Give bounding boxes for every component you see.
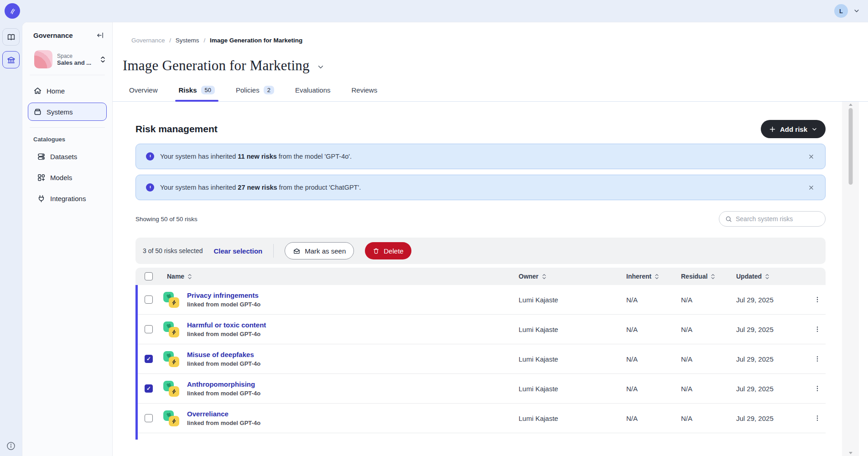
sidebar-item-models[interactable]: Models	[31, 168, 107, 187]
risk-linked-from: linked from model GPT-4o	[187, 390, 260, 397]
governance-button[interactable]	[2, 51, 20, 68]
row-kebab-menu[interactable]	[814, 385, 821, 392]
space-label: Space	[57, 53, 95, 59]
plug-icon	[37, 194, 46, 203]
info-alert-icon	[146, 183, 154, 192]
risk-linked-from: linked from model GPT-4o	[187, 420, 260, 426]
scroll-up-arrow[interactable]	[849, 104, 852, 106]
space-selector[interactable]: Space Sales and ...	[29, 50, 106, 68]
tab-overview[interactable]: Overview	[129, 86, 158, 101]
select-all-checkbox[interactable]	[145, 272, 153, 280]
sidebar-item-label: Integrations	[50, 195, 86, 202]
owner-cell: Lumi Kajaste	[519, 296, 626, 304]
chevron-down-icon[interactable]	[853, 8, 860, 14]
docs-button[interactable]	[2, 28, 20, 46]
updated-cell: Jul 29, 2025	[736, 385, 809, 393]
collapse-sidebar-icon[interactable]	[96, 31, 104, 39]
envelope-open-icon	[293, 247, 301, 255]
table-row: Privacy infringements linked from model …	[135, 285, 826, 315]
risk-bolt-icon	[169, 327, 179, 337]
row-checkbox[interactable]	[145, 295, 153, 304]
search-box[interactable]	[719, 211, 826, 227]
tab-reviews[interactable]: Reviews	[352, 86, 378, 101]
sidebar-item-integrations[interactable]: Integrations	[31, 189, 107, 207]
title-chevron-down-icon[interactable]	[317, 63, 324, 71]
risk-type-icon	[163, 410, 179, 426]
topbar: L	[0, 0, 868, 22]
breadcrumb-section[interactable]: Systems	[176, 37, 199, 44]
inherited-risks-banner-product: Your system has inherited 27 new risks f…	[135, 175, 826, 200]
sidebar-item-systems[interactable]: Systems	[28, 103, 107, 121]
updated-cell: Jul 29, 2025	[736, 355, 809, 363]
row-kebab-menu[interactable]	[814, 326, 821, 333]
residual-cell: N/A	[681, 296, 736, 304]
sort-icon[interactable]	[711, 274, 715, 280]
updated-cell: Jul 29, 2025	[736, 326, 809, 333]
risk-linked-from: linked from model GPT-4o	[187, 360, 260, 367]
delete-button[interactable]: Delete	[365, 242, 411, 259]
sort-icon[interactable]	[542, 274, 546, 280]
sidebar-item-label: Datasets	[50, 153, 77, 161]
breadcrumb-root[interactable]: Governance	[131, 37, 165, 44]
bank-icon	[7, 56, 16, 64]
tab-policies[interactable]: Policies 2	[236, 86, 274, 101]
sidebar-item-datasets[interactable]: Datasets	[31, 147, 107, 166]
risk-name-link[interactable]: Overreliance	[187, 410, 260, 418]
sidebar-item-home[interactable]: Home	[28, 82, 107, 100]
inherited-risks-banner-model: Your system has inherited 11 new risks f…	[135, 144, 826, 169]
database-icon	[37, 152, 46, 161]
close-icon[interactable]	[808, 185, 814, 191]
add-risk-button[interactable]: Add risk	[761, 120, 826, 138]
risk-management-heading: Risk management	[135, 124, 218, 135]
row-kebab-menu[interactable]	[814, 296, 821, 303]
scrollbar	[842, 102, 859, 456]
table-row: Harmful or toxic content linked from mod…	[135, 315, 826, 344]
info-button[interactable]	[6, 441, 16, 451]
divider	[30, 127, 105, 128]
risk-name-link[interactable]: Misuse of deepfakes	[187, 351, 260, 358]
close-icon[interactable]	[808, 154, 814, 160]
residual-cell: N/A	[681, 326, 736, 333]
owner-cell: Lumi Kajaste	[519, 415, 626, 422]
chevron-up-down-icon[interactable]	[100, 56, 106, 63]
owner-cell: Lumi Kajaste	[519, 385, 626, 393]
row-checkbox[interactable]	[145, 325, 153, 333]
systems-box-icon	[33, 108, 42, 116]
policies-count-badge: 2	[264, 86, 274, 94]
risks-count-badge: 50	[201, 86, 215, 94]
sort-icon[interactable]	[187, 274, 192, 280]
table-body: Privacy infringements linked from model …	[135, 285, 826, 440]
tab-bar: Overview Risks 50 Policies 2 Evaluations	[113, 86, 868, 102]
breadcrumb-current: Image Generation for Marketing	[210, 37, 302, 44]
row-kebab-menu[interactable]	[814, 355, 821, 363]
risk-name-link[interactable]: Anthropomorphising	[187, 380, 260, 388]
tab-risks[interactable]: Risks 50	[179, 86, 215, 101]
risk-name-link[interactable]: Privacy infringements	[187, 291, 260, 299]
row-checkbox[interactable]	[145, 384, 153, 393]
search-input[interactable]	[736, 215, 819, 223]
sort-icon[interactable]	[765, 274, 769, 280]
selection-count: 3 of 50 risks selected	[143, 247, 203, 254]
sidebar: Governance Space Sales and ...	[22, 22, 113, 456]
avatar[interactable]: L	[834, 4, 848, 18]
sort-icon[interactable]	[655, 274, 659, 280]
clear-selection-button[interactable]: Clear selection	[214, 247, 263, 255]
row-kebab-menu[interactable]	[814, 415, 821, 422]
mark-as-seen-button[interactable]: Mark as seen	[285, 242, 354, 259]
banner-text: Your system has inherited 27 new risks f…	[160, 184, 802, 191]
info-alert-icon	[146, 152, 154, 161]
risk-name-link[interactable]: Harmful or toxic content	[187, 321, 266, 329]
user-menu[interactable]: L	[834, 4, 860, 18]
row-checkbox[interactable]	[145, 355, 153, 363]
models-grid-icon	[37, 173, 46, 182]
scroll-down-arrow[interactable]	[849, 452, 852, 454]
new-risk-accent-bar	[135, 285, 138, 440]
scrollbar-thumb[interactable]	[848, 108, 852, 185]
catalogues-section-label: Catalogues	[28, 136, 107, 143]
app-logo[interactable]	[5, 3, 20, 19]
inherent-cell: N/A	[626, 326, 681, 333]
tab-evaluations[interactable]: Evaluations	[295, 86, 331, 101]
risk-bolt-icon	[169, 357, 179, 367]
row-checkbox[interactable]	[145, 414, 153, 422]
space-name: Sales and ...	[57, 59, 95, 66]
